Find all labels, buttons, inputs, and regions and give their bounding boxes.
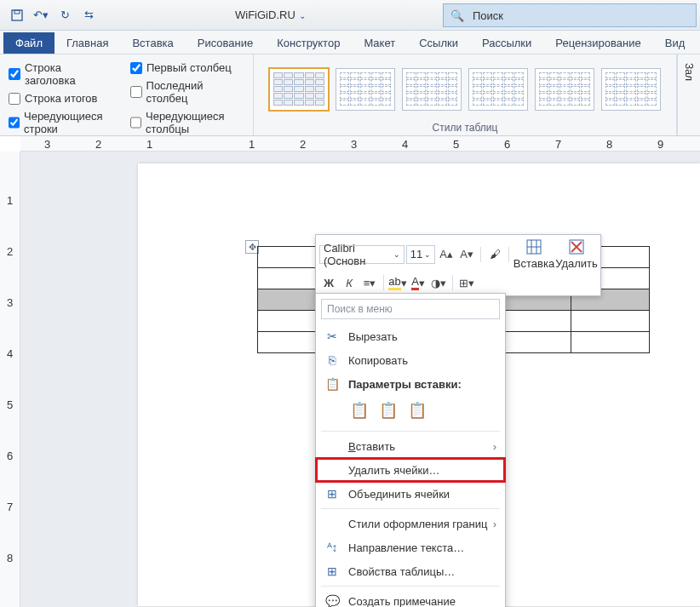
- menu-new-comment[interactable]: 💬Создать примечание: [316, 589, 505, 607]
- search-placeholder: Поиск: [473, 9, 503, 22]
- copy-icon: ⎘: [324, 353, 340, 367]
- tab-file[interactable]: Файл: [3, 32, 55, 54]
- underline-button[interactable]: ≡▾: [360, 273, 379, 292]
- fill-button[interactable]: Зал: [677, 54, 700, 135]
- ruler-vertical: 1 2 3 4 5 6 7 8: [0, 152, 20, 607]
- menu-copy[interactable]: ⎘Копировать: [316, 348, 505, 372]
- menu-delete-cells[interactable]: Удалить ячейки…: [316, 458, 505, 482]
- group-table-styles: Стили таблиц: [254, 54, 677, 135]
- menu-merge-cells[interactable]: ⊞Объединить ячейки: [316, 482, 505, 506]
- table-style[interactable]: [269, 68, 329, 111]
- table-style[interactable]: [535, 68, 594, 111]
- tab-mailings[interactable]: Рассылки: [470, 32, 543, 54]
- comment-icon: 💬: [324, 594, 340, 607]
- tab-design[interactable]: Конструктор: [265, 32, 352, 54]
- menu-search[interactable]: Поиск в меню: [321, 299, 500, 319]
- chk-total-row[interactable]: Строка итогов: [9, 92, 115, 105]
- group-label: Стили таблиц: [262, 120, 668, 135]
- svg-rect-0: [12, 10, 22, 20]
- chevron-down-icon[interactable]: ⌄: [299, 11, 306, 20]
- cut-icon: ✂: [324, 329, 340, 343]
- shading-button[interactable]: ◑▾: [429, 273, 448, 292]
- text-direction-icon: ᴬ↕: [324, 541, 340, 554]
- group-table-style-options: Строка заголовка Строка итогов Чередующи…: [0, 54, 254, 135]
- document-title: WiFiGiD.RU⌄: [235, 9, 306, 21]
- italic-button[interactable]: К: [340, 273, 359, 292]
- paste-text-icon[interactable]: 📋: [406, 399, 428, 421]
- ribbon: Строка заголовка Строка итогов Чередующи…: [0, 54, 700, 136]
- increase-font-icon[interactable]: A▴: [437, 245, 456, 264]
- chk-first-col[interactable]: Первый столбец: [130, 61, 244, 74]
- menu-border-styles[interactable]: Стили оформления границ: [316, 512, 505, 535]
- font-size-combo[interactable]: 11⌄: [406, 245, 435, 264]
- search-box[interactable]: 🔍 Поиск: [443, 3, 697, 27]
- tab-draw[interactable]: Рисование: [186, 32, 265, 54]
- chk-banded-cols[interactable]: Чередующиеся столбцы: [130, 110, 244, 135]
- tab-insert[interactable]: Вставка: [120, 32, 185, 54]
- tab-layout[interactable]: Макет: [352, 32, 407, 54]
- quick-access-toolbar: ↶▾ ↻ ⇆: [0, 5, 99, 26]
- highlight-button[interactable]: ab▾: [388, 273, 407, 292]
- tab-review[interactable]: Рецензирование: [543, 32, 652, 54]
- borders-button[interactable]: ⊞▾: [457, 273, 476, 292]
- tab-references[interactable]: Ссылки: [407, 32, 470, 54]
- chk-header-row[interactable]: Строка заголовка: [9, 61, 115, 87]
- save-icon[interactable]: [7, 5, 27, 26]
- tab-home[interactable]: Главная: [55, 32, 120, 54]
- ribbon-tabs: Файл Главная Вставка Рисование Конструкт…: [0, 31, 700, 54]
- qat-more-icon[interactable]: ⇆: [78, 5, 99, 26]
- redo-icon[interactable]: ↻: [55, 5, 75, 26]
- insert-button[interactable]: Вставка: [514, 238, 554, 270]
- menu-text-direction[interactable]: ᴬ↕Направление текста…: [316, 535, 505, 559]
- paste-icon: 📋: [324, 377, 340, 391]
- title-bar: ↶▾ ↻ ⇆ WiFiGiD.RU⌄ 🔍 Поиск: [0, 0, 700, 31]
- paste-keep-source-icon[interactable]: 📋: [348, 399, 370, 421]
- ruler-horizontal: 3 2 1 1 2 3 4 5 6 7 8 9: [20, 136, 700, 152]
- format-painter-icon[interactable]: 🖌: [485, 245, 504, 264]
- search-icon: 🔍: [450, 9, 464, 22]
- delete-button[interactable]: Удалить: [556, 238, 597, 270]
- menu-paste-header: 📋Параметры вставки:: [316, 372, 505, 396]
- menu-cut[interactable]: ✂Вырезать: [316, 324, 505, 348]
- paste-merge-icon[interactable]: 📋: [377, 399, 399, 421]
- decrease-font-icon[interactable]: A▾: [457, 245, 476, 264]
- bold-button[interactable]: Ж: [319, 273, 338, 292]
- chk-last-col[interactable]: Последний столбец: [130, 79, 244, 105]
- tab-view[interactable]: Вид: [653, 32, 697, 54]
- table-style[interactable]: [601, 68, 661, 111]
- context-menu: Поиск в меню ✂Вырезать ⎘Копировать 📋Пара…: [315, 293, 506, 607]
- table-style[interactable]: [468, 68, 528, 111]
- font-color-button[interactable]: A▾: [409, 273, 427, 292]
- font-family-combo[interactable]: Calibri (Основн⌄: [319, 245, 405, 264]
- paste-options: 📋 📋 📋: [316, 396, 505, 428]
- merge-icon: ⊞: [324, 487, 340, 501]
- mini-toolbar: Calibri (Основн⌄ 11⌄ A▴ A▾ 🖌 Вставка Уда…: [315, 234, 601, 296]
- menu-table-properties[interactable]: ⊞Свойства таблицы…: [316, 559, 505, 583]
- table-style[interactable]: [402, 68, 462, 111]
- chk-banded-rows[interactable]: Чередующиеся строки: [9, 110, 115, 135]
- table-props-icon: ⊞: [324, 564, 340, 578]
- menu-insert[interactable]: Вставить: [316, 434, 505, 458]
- table-style[interactable]: [336, 68, 395, 111]
- undo-icon[interactable]: ↶▾: [31, 5, 51, 26]
